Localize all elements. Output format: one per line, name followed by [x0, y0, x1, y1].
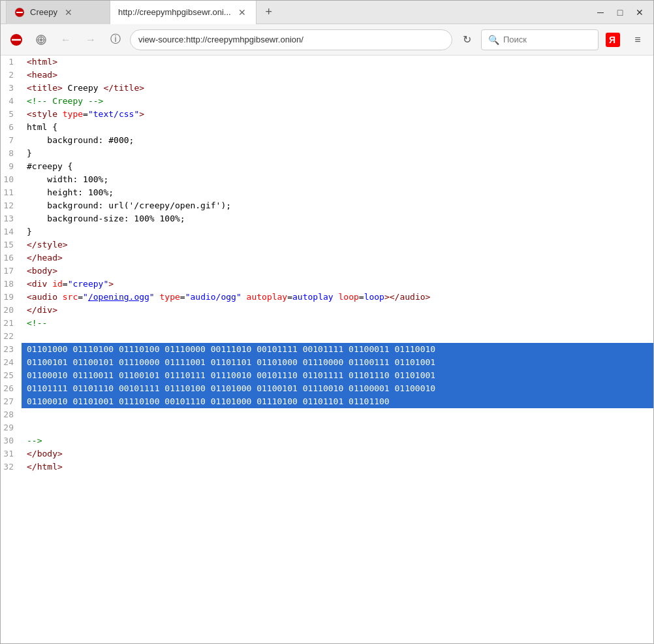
address-bar[interactable]: view-source:http://creepymhpgibsewr.onio… — [130, 29, 452, 50]
line-number: 19 — [1, 291, 22, 304]
line-content: 01100010 01101001 01110100 00101110 0110… — [22, 395, 653, 408]
line-content: background-size: 100% 100%; — [22, 212, 653, 225]
search-icon: 🔍 — [488, 35, 499, 45]
search-bar[interactable]: 🔍 — [481, 29, 599, 50]
search-input[interactable] — [503, 35, 582, 44]
line-content — [22, 330, 653, 343]
line-number: 1 — [1, 56, 22, 69]
line-content: </style> — [22, 238, 653, 251]
line-content: </html> — [22, 460, 653, 474]
tab-source[interactable]: http://creepymhpgibsewr.oni... ✕ — [110, 1, 257, 24]
line-number: 32 — [1, 460, 22, 474]
line-content: background: url('/creepy/open.gif'); — [22, 199, 653, 212]
line-content: 01100010 01110011 01100101 01110111 0111… — [22, 369, 653, 382]
line-number: 18 — [1, 278, 22, 291]
line-content: <title> Creepy </title> — [22, 82, 653, 95]
source-line-29: 29 — [1, 421, 653, 434]
line-content: 01100101 01100101 01110000 01111001 0110… — [22, 356, 653, 369]
line-number: 6 — [1, 121, 22, 134]
line-number: 23 — [1, 343, 22, 356]
line-content: <audio src="/opening.ogg" type="audio/og… — [22, 291, 653, 304]
source-line-24: 2401100101 01100101 01110000 01111001 01… — [1, 356, 653, 369]
line-number: 30 — [1, 434, 22, 447]
new-tab-button[interactable]: + — [259, 3, 279, 22]
source-line-5: 5<style type="text/css"> — [1, 108, 653, 121]
line-number: 15 — [1, 238, 22, 251]
info-button[interactable]: ⓘ — [105, 29, 126, 50]
source-line-28: 28 — [1, 408, 653, 421]
address-text: view-source:http://creepymhpgibsewr.onio… — [138, 35, 444, 44]
line-content: 01101000 01110100 01110100 01110000 0011… — [22, 343, 653, 356]
line-number: 2 — [1, 69, 22, 82]
line-number: 20 — [1, 304, 22, 317]
forward-button[interactable]: → — [80, 29, 101, 50]
line-content — [22, 408, 653, 421]
line-number: 12 — [1, 199, 22, 212]
line-content: <html> — [22, 56, 653, 69]
yandex-icon[interactable]: Я — [602, 29, 623, 50]
line-content: <!-- — [22, 317, 653, 330]
line-number: 5 — [1, 108, 22, 121]
source-line-30: 30--> — [1, 434, 653, 447]
line-number: 24 — [1, 356, 22, 369]
line-number: 13 — [1, 212, 22, 225]
line-content — [22, 421, 653, 434]
navigation-bar: ← → ⓘ view-source:http://creepymhpgibsew… — [1, 24, 653, 56]
line-content: --> — [22, 434, 653, 447]
line-number: 14 — [1, 225, 22, 238]
tab-label-source: http://creepymhpgibsewr.oni... — [118, 7, 231, 17]
source-line-22: 22 — [1, 330, 653, 343]
tab-strip: Creepy ✕ http://creepymhpgibsewr.oni... … — [6, 1, 279, 24]
line-content: <style type="text/css"> — [22, 108, 653, 121]
source-line-12: 12 background: url('/creepy/open.gif'); — [1, 199, 653, 212]
line-content: width: 100%; — [22, 173, 653, 186]
minimize-button[interactable]: ─ — [592, 4, 609, 21]
source-line-8: 8} — [1, 147, 653, 160]
line-number: 27 — [1, 395, 22, 408]
source-line-15: 15</style> — [1, 238, 653, 251]
tab-close-creepy[interactable]: ✕ — [63, 7, 74, 18]
source-line-20: 20</div> — [1, 304, 653, 317]
tab-creepy[interactable]: Creepy ✕ — [6, 1, 110, 24]
svg-text:Я: Я — [609, 35, 615, 45]
line-content: <head> — [22, 69, 653, 82]
line-content: } — [22, 225, 653, 238]
source-line-1: 1<html> — [1, 56, 653, 69]
line-number: 3 — [1, 82, 22, 95]
source-line-3: 3<title> Creepy </title> — [1, 82, 653, 95]
source-line-26: 2601101111 01101110 00101111 01110100 01… — [1, 382, 653, 395]
line-number: 11 — [1, 186, 22, 199]
maximize-button[interactable]: □ — [612, 4, 629, 21]
line-number: 22 — [1, 330, 22, 343]
source-line-19: 19<audio src="/opening.ogg" type="audio/… — [1, 291, 653, 304]
source-view: 1<html>2<head>3<title> Creepy </title>4<… — [1, 56, 653, 643]
source-line-21: 21<!-- — [1, 317, 653, 330]
line-content: <body> — [22, 265, 653, 278]
tab-label-creepy: Creepy — [30, 7, 57, 17]
title-bar: Creepy ✕ http://creepymhpgibsewr.oni... … — [1, 1, 653, 24]
source-line-11: 11 height: 100%; — [1, 186, 653, 199]
source-line-23: 2301101000 01110100 01110100 01110000 00… — [1, 343, 653, 356]
line-number: 9 — [1, 160, 22, 173]
source-line-16: 16</head> — [1, 251, 653, 265]
line-number: 10 — [1, 173, 22, 186]
back-button[interactable]: ← — [55, 29, 76, 50]
tab-close-source[interactable]: ✕ — [236, 7, 248, 18]
security-icon[interactable] — [6, 29, 27, 50]
source-line-14: 14} — [1, 225, 653, 238]
line-content: html { — [22, 121, 653, 134]
source-line-2: 2<head> — [1, 69, 653, 82]
line-number: 31 — [1, 447, 22, 460]
browser-window: Creepy ✕ http://creepymhpgibsewr.oni... … — [0, 0, 654, 644]
reload-button[interactable]: ↻ — [456, 29, 477, 50]
source-line-9: 9#creepy { — [1, 160, 653, 173]
menu-button[interactable]: ≡ — [627, 29, 648, 50]
tor-icon[interactable] — [31, 29, 52, 50]
line-content: </body> — [22, 447, 653, 460]
line-number: 8 — [1, 147, 22, 160]
source-line-31: 31</body> — [1, 447, 653, 460]
line-number: 17 — [1, 265, 22, 278]
tab-favicon-creepy — [14, 7, 25, 18]
source-line-32: 32</html> — [1, 460, 653, 474]
close-button[interactable]: ✕ — [631, 4, 648, 21]
